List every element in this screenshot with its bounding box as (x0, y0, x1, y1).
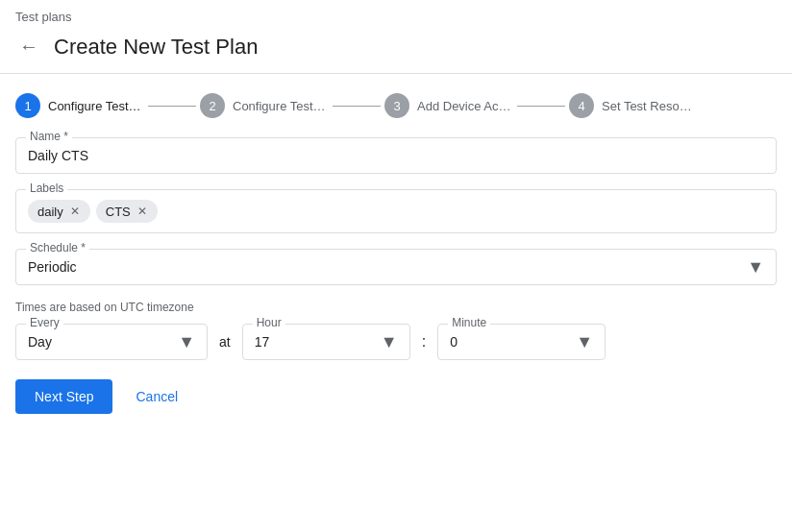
periodic-row: Every DayHourWeek ▼ at Hour 17 012345678… (15, 324, 777, 360)
every-label: Every (26, 316, 63, 329)
step-3-label: Add Device Actio... (417, 99, 513, 113)
schedule-select[interactable]: Periodic (28, 257, 764, 277)
cancel-button[interactable]: Cancel (120, 379, 193, 414)
every-field-wrapper: Every DayHourWeek ▼ (15, 324, 208, 360)
chip-daily: daily ✕ (28, 200, 90, 223)
minute-field-wrapper: Minute 0 0123456789101112131415161718192… (437, 324, 606, 360)
form: Name * Labels daily ✕ CTS ✕ Schedule * P… (0, 137, 792, 360)
name-input[interactable] (28, 146, 764, 165)
labels-field-wrapper: Labels daily ✕ CTS ✕ (15, 189, 777, 233)
labels-container: daily ✕ CTS ✕ (28, 198, 764, 225)
back-button[interactable]: ← (15, 32, 42, 61)
step-3: 3 Add Device Actio... (384, 93, 513, 118)
page-title: Create New Test Plan (54, 35, 258, 60)
chip-daily-text: daily (37, 205, 63, 219)
name-field-wrapper: Name * (15, 137, 777, 174)
minute-select[interactable]: 0 01234567891011121314151617181920212223… (450, 332, 593, 351)
step-1: 1 Configure Test Pl... (15, 93, 144, 118)
minute-label: Minute (448, 316, 490, 329)
step-4: 4 Set Test Resourc... (569, 93, 698, 118)
schedule-select-wrapper: Periodic ▼ (28, 257, 764, 277)
step-2: 2 Configure Test Ru... (200, 93, 329, 118)
every-select[interactable]: DayHourWeek (28, 332, 195, 351)
chip-cts-remove[interactable]: ✕ (135, 204, 150, 219)
stepper: 1 Configure Test Pl... 2 Configure Test … (0, 93, 792, 137)
every-select-wrapper: DayHourWeek ▼ (28, 332, 195, 351)
chip-cts: CTS ✕ (96, 200, 158, 223)
at-label: at (219, 334, 231, 350)
utc-note: Times are based on UTC timezone (15, 301, 777, 314)
step-connector-2 (333, 106, 381, 107)
step-1-circle: 1 (15, 93, 40, 118)
colon-separator: : (422, 333, 426, 351)
labels-label: Labels (26, 181, 67, 195)
action-row: Next Step Cancel (0, 379, 792, 414)
hour-select[interactable]: 17 0123456789101112131415161718192021222… (255, 332, 398, 351)
step-2-label: Configure Test Ru... (233, 99, 329, 113)
back-icon: ← (19, 36, 38, 58)
breadcrumb: Test plans (0, 0, 792, 24)
schedule-label: Schedule * (26, 241, 89, 254)
step-2-circle: 2 (200, 93, 225, 118)
step-connector-3 (517, 106, 565, 107)
step-connector-1 (148, 106, 196, 107)
step-4-circle: 4 (569, 93, 594, 118)
next-step-button[interactable]: Next Step (15, 379, 112, 414)
hour-select-wrapper: 17 0123456789101112131415161718192021222… (255, 332, 398, 351)
hour-field-wrapper: Hour 17 01234567891011121314151617181920… (242, 324, 410, 360)
name-label: Name * (26, 130, 72, 143)
step-4-label: Set Test Resourc... (602, 99, 698, 113)
header-divider (0, 73, 792, 74)
hour-label: Hour (253, 316, 285, 329)
minute-select-wrapper: 0 01234567891011121314151617181920212223… (450, 332, 593, 351)
schedule-field-wrapper: Schedule * Periodic ▼ (15, 249, 777, 285)
chip-cts-text: CTS (106, 205, 131, 219)
chip-daily-remove[interactable]: ✕ (67, 204, 83, 219)
step-1-label: Configure Test Pl... (48, 99, 144, 113)
step-3-circle: 3 (384, 93, 409, 118)
